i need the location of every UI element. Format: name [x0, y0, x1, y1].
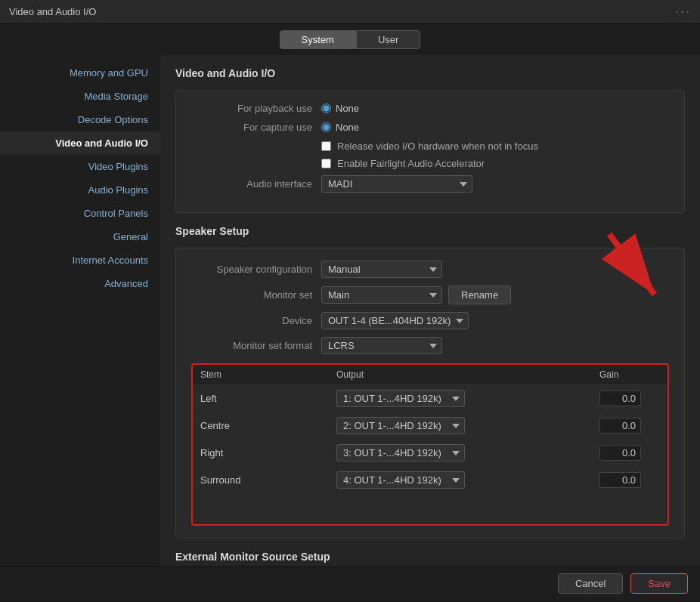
table-row: Left 1: OUT 1-...4HD 192k) [193, 385, 667, 412]
release-hardware-checkbox[interactable] [321, 141, 331, 151]
playback-radio-option: None [321, 103, 359, 114]
speaker-config-select[interactable]: Manual Stereo 5.1 7.1 [321, 261, 442, 278]
monitor-set-format-row: Monitor set format LCRS Stereo 5.1 [191, 337, 669, 354]
save-button[interactable]: Save [630, 573, 688, 594]
sidebar-item-advanced[interactable]: Advanced [0, 272, 160, 295]
stem-label: Centre [200, 420, 336, 431]
playback-value: None [336, 103, 359, 114]
capture-row: For capture use None [191, 122, 669, 133]
sidebar-item-video-plugins[interactable]: Video Plugins [0, 155, 160, 178]
speaker-setup-panel: Speaker configuration Manual Stereo 5.1 … [175, 248, 685, 539]
stem-label: Left [200, 393, 336, 404]
sidebar-item-audio-plugins[interactable]: Audio Plugins [0, 178, 160, 202]
sidebar-item-general[interactable]: General [0, 225, 160, 249]
fairlight-accelerator-checkbox[interactable] [321, 159, 331, 168]
capture-value: None [336, 122, 359, 133]
audio-interface-row: Audio interface MADI None Built-in Audio [191, 175, 669, 193]
gain-input-surround[interactable] [599, 472, 641, 488]
main-layout: Memory and GPU Media Storage Decode Opti… [0, 55, 700, 566]
device-select[interactable]: OUT 1-4 (BE...404HD 192k) [321, 312, 469, 329]
audio-interface-label: Audio interface [191, 178, 312, 190]
capture-radio[interactable] [321, 122, 331, 132]
sidebar-item-memory-gpu[interactable]: Memory and GPU [0, 61, 160, 85]
stem-label: Surround [200, 474, 336, 486]
window-title: Video and Audio I/O [9, 6, 96, 17]
bottom-bar: Cancel Save [0, 566, 700, 600]
speaker-table-header: Stem Output Gain [193, 365, 667, 385]
gain-input-right[interactable] [599, 445, 641, 461]
sidebar-item-media-storage[interactable]: Media Storage [0, 85, 160, 108]
checkbox2-row: Enable Fairlight Audio Accelerator [321, 158, 669, 169]
tab-system[interactable]: System [280, 30, 356, 49]
window-menu-dots[interactable]: ··· [675, 4, 691, 20]
col-stem: Stem [200, 369, 336, 380]
checkbox1-row: Release video I/O hardware when not in f… [321, 140, 669, 152]
playback-row: For playback use None [191, 103, 669, 114]
content-area: Video and Audio I/O For playback use Non… [160, 55, 700, 566]
speaker-config-label: Speaker configuration [191, 264, 312, 275]
monitor-set-format-label: Monitor set format [191, 340, 312, 351]
col-output: Output [336, 369, 599, 380]
speaker-config-row: Speaker configuration Manual Stereo 5.1 … [191, 261, 669, 278]
monitor-set-row: Monitor set Main Rename [191, 286, 669, 304]
col-gain: Gain [599, 369, 660, 380]
checkbox1-label: Release video I/O hardware when not in f… [337, 140, 538, 152]
gain-input-left[interactable] [599, 391, 641, 406]
table-row: Surround 4: OUT 1-...4HD 192k) [193, 467, 667, 494]
tab-user[interactable]: User [356, 30, 420, 49]
capture-label: For capture use [191, 122, 312, 133]
monitor-set-format-select[interactable]: LCRS Stereo 5.1 [321, 337, 442, 354]
monitor-set-select[interactable]: Main [321, 286, 442, 304]
stem-label: Right [200, 447, 336, 458]
device-label: Device [191, 315, 312, 326]
sidebar: Memory and GPU Media Storage Decode Opti… [0, 55, 160, 566]
table-footer-space [193, 494, 667, 524]
sidebar-item-control-panels[interactable]: Control Panels [0, 202, 160, 225]
output-select-centre[interactable]: 2: OUT 1-...4HD 192k) [336, 417, 465, 434]
monitor-set-label: Monitor set [191, 289, 312, 301]
title-bar: Video and Audio I/O ··· [0, 0, 700, 24]
video-audio-io-panel: For playback use None For capture use No… [175, 90, 685, 213]
playback-label: For playback use [191, 103, 312, 114]
output-select-left[interactable]: 1: OUT 1-...4HD 192k) [336, 390, 465, 407]
sidebar-item-decode-options[interactable]: Decode Options [0, 108, 160, 131]
monitor-set-rename-button[interactable]: Rename [448, 286, 511, 304]
output-select-right[interactable]: 3: OUT 1-...4HD 192k) [336, 444, 465, 462]
capture-radio-option: None [321, 122, 359, 133]
section1-title: Video and Audio I/O [175, 67, 685, 79]
sidebar-item-video-audio-io[interactable]: Video and Audio I/O [0, 131, 160, 155]
checkbox2-label: Enable Fairlight Audio Accelerator [337, 158, 485, 169]
gain-input-centre[interactable] [599, 418, 641, 434]
table-row: Centre 2: OUT 1-...4HD 192k) [193, 412, 667, 440]
audio-interface-select[interactable]: MADI None Built-in Audio [321, 175, 472, 193]
section3-title: External Monitor Source Setup [175, 551, 685, 563]
output-select-surround[interactable]: 4: OUT 1-...4HD 192k) [336, 471, 465, 489]
table-row: Right 3: OUT 1-...4HD 192k) [193, 440, 667, 467]
speaker-table: Stem Output Gain Left 1: OUT 1-...4HD 19… [191, 363, 669, 526]
section2-title: Speaker Setup [175, 225, 685, 237]
tab-bar: System User [0, 24, 700, 55]
cancel-button[interactable]: Cancel [558, 573, 623, 594]
playback-radio[interactable] [321, 103, 331, 113]
sidebar-item-internet-accounts[interactable]: Internet Accounts [0, 249, 160, 272]
device-row: Device OUT 1-4 (BE...404HD 192k) [191, 312, 669, 329]
